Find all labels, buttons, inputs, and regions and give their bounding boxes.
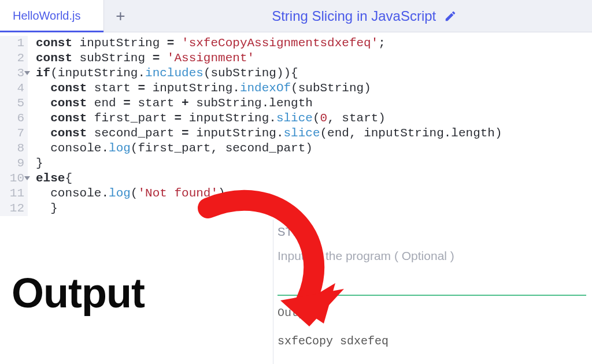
- output-panel: Output: sxfeCopy sdxefeq: [278, 306, 388, 348]
- line-number: 9: [0, 156, 24, 171]
- output-text: sxfeCopy sdxefeq: [278, 335, 388, 348]
- code-line[interactable]: const start = inputString.indexOf(subStr…: [36, 81, 502, 96]
- line-number: 4: [0, 81, 24, 96]
- tab-bar: HelloWorld.js + String Slicing in JavaSc…: [0, 0, 592, 32]
- code-line[interactable]: const inputString = 'sxfeCopyAssignments…: [36, 36, 502, 51]
- panel-divider: [273, 220, 273, 364]
- code-area[interactable]: const inputString = 'sxfeCopyAssignments…: [28, 36, 502, 216]
- file-tab[interactable]: HelloWorld.js: [0, 0, 104, 32]
- code-line[interactable]: const end = start + subString.length: [36, 96, 502, 111]
- line-number: 5: [0, 96, 24, 111]
- code-line[interactable]: const first_part = inputString.slice(0, …: [36, 111, 502, 126]
- line-number: 8: [0, 141, 24, 156]
- code-line[interactable]: else{: [36, 171, 502, 186]
- code-line[interactable]: }: [36, 201, 502, 216]
- code-editor[interactable]: 123456789101112 const inputString = 'sxf…: [0, 32, 592, 216]
- line-number: 2: [0, 51, 24, 66]
- code-line[interactable]: if(inputString.includes(subString)){: [36, 66, 502, 81]
- stdin-panel: STDIN Input for the program ( Optional ): [278, 225, 586, 263]
- project-title-area: String Slicing in JavaScript: [136, 8, 592, 24]
- project-title[interactable]: String Slicing in JavaScript: [272, 8, 436, 24]
- line-number: 10: [0, 171, 24, 186]
- stdin-input[interactable]: Input for the program ( Optional ): [278, 249, 586, 263]
- code-line[interactable]: }: [36, 156, 502, 171]
- line-number: 7: [0, 126, 24, 141]
- code-line[interactable]: const second_part = inputString.slice(en…: [36, 126, 502, 141]
- edit-icon[interactable]: [444, 10, 457, 23]
- code-line[interactable]: const subString = 'Assignment': [36, 51, 502, 66]
- stdin-label: STDIN: [278, 225, 586, 239]
- code-line[interactable]: console.log(first_part, second_part): [36, 141, 502, 156]
- line-number: 12: [0, 201, 24, 216]
- line-number: 1: [0, 36, 24, 51]
- add-tab-button[interactable]: +: [104, 0, 136, 32]
- file-tab-label: HelloWorld.js: [13, 9, 80, 23]
- annotation-label: Output: [12, 269, 145, 317]
- output-label: Output:: [278, 306, 388, 320]
- code-line[interactable]: console.log('Not found'): [36, 186, 502, 201]
- line-number: 3: [0, 66, 24, 81]
- line-number: 6: [0, 111, 24, 126]
- line-gutter: 123456789101112: [0, 36, 28, 216]
- plus-icon: +: [116, 7, 125, 25]
- line-number: 11: [0, 186, 24, 201]
- lower-panel: STDIN Input for the program ( Optional )…: [0, 225, 592, 364]
- output-divider: [278, 295, 586, 296]
